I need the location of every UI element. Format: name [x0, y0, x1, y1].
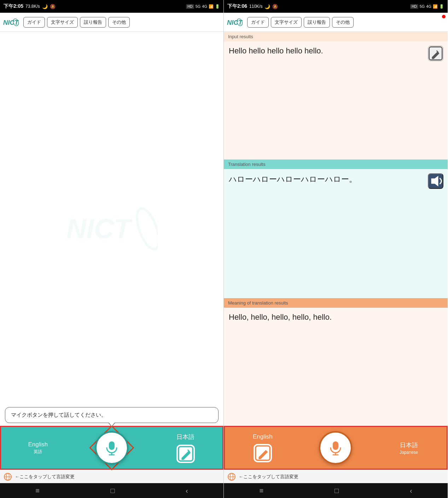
lang-left-name: English: [28, 441, 48, 448]
svg-text:NICT: NICT: [3, 18, 19, 26]
signal-4g-right: 4G: [426, 4, 431, 8]
lang-change-text-right: ←ここをタップして言語変更: [239, 474, 298, 480]
input-text: Hello hello hello hello hello.: [229, 46, 323, 55]
menu-btn-left[interactable]: ≡: [35, 487, 40, 495]
lang-right-section-right-panel[interactable]: 日本語 Japanese: [395, 441, 423, 455]
signal-5g: 5G: [196, 4, 201, 8]
time-right: 下午2:06: [227, 3, 247, 10]
menu-btn-right[interactable]: ≡: [259, 487, 263, 495]
mic-button-left[interactable]: [95, 431, 128, 464]
left-main-area: NICT マイクボタンを押して話してください。: [0, 32, 223, 426]
meaning-box: Hello, hello, hello, hello, hello.: [224, 308, 448, 426]
speaker-icon: [429, 174, 443, 188]
right-main-content: Input results Hello hello hello hello he…: [224, 32, 448, 483]
nav-bar-left: NICT ガイド 文字サイズ 誤り報告 その他: [0, 13, 223, 32]
lang-left-name-right: English: [253, 433, 273, 440]
svg-text:NICT: NICT: [227, 18, 243, 26]
error-report-btn-right[interactable]: 誤り報告: [304, 17, 330, 28]
right-panel: 下午2:06 110K/s 🌙 🔕 HD 5G 4G 📶 🔋 NICT ガイド …: [224, 0, 448, 498]
speech-bubble: マイクボタンを押して話してください。: [5, 407, 219, 423]
battery-icon-right: 🔋: [439, 4, 444, 9]
speed-right: 110K/s: [249, 4, 262, 9]
svg-text:NICT: NICT: [66, 213, 133, 244]
font-size-btn-left[interactable]: 文字サイズ: [47, 17, 78, 28]
error-report-btn-left[interactable]: 誤り報告: [80, 17, 106, 28]
microphone-icon-left: [104, 440, 120, 456]
translation-text: ハローハローハローハローハロー。: [229, 175, 357, 184]
signal-5g-right: 5G: [420, 4, 425, 8]
mic-button-right[interactable]: [319, 431, 352, 464]
meaning-label: Meaning of translation results: [224, 298, 448, 308]
globe-icon-left: [4, 473, 12, 481]
meaning-text: Hello, hello, hello, hello, hello.: [229, 313, 332, 322]
translation-results-section: Translation results ハローハローハローハローハロー。: [224, 160, 448, 298]
bottom-toolbar-left: English 英語 日本語: [0, 426, 223, 470]
status-icons-left: HD 5G 4G 📶 🔋: [186, 4, 220, 9]
back-btn-left[interactable]: ‹: [186, 487, 188, 495]
home-btn-right[interactable]: □: [334, 487, 339, 495]
font-size-btn-right[interactable]: 文字サイズ: [271, 17, 302, 28]
lang-right-name-left: 日本語: [176, 433, 194, 441]
nict-watermark: NICT: [66, 201, 158, 257]
globe-icon-right: [227, 473, 236, 481]
lang-left-section-right[interactable]: English: [249, 433, 277, 462]
lang-left-sub: 英語: [34, 449, 42, 455]
signal-4g: 4G: [202, 4, 207, 8]
moon-icon: 🌙: [42, 4, 48, 9]
input-results-label: Input results: [224, 32, 448, 41]
edit-btn-right-panel[interactable]: [254, 444, 272, 462]
time-left: 下午2:05: [4, 3, 23, 10]
nav-bar-right: NICT ガイド 文字サイズ 誤り報告 その他: [224, 13, 448, 32]
hd-badge-right: HD: [410, 4, 418, 9]
lang-right-sub-right: Japanese: [400, 450, 418, 455]
signal-bars: 📶: [209, 4, 214, 9]
mute-icon-right: 🔕: [272, 4, 278, 9]
hd-badge: HD: [186, 4, 194, 9]
edit-icon-right-panel: [254, 444, 272, 462]
svg-rect-16: [333, 441, 338, 450]
nict-logo-right: NICT: [227, 16, 243, 28]
svg-point-3: [133, 206, 158, 252]
guide-btn-right[interactable]: ガイド: [247, 17, 269, 28]
lang-change-bar-right[interactable]: ←ここをタップして言語変更: [224, 470, 448, 483]
microphone-icon-right: [328, 440, 343, 456]
status-icons-right: HD 5G 4G 📶 🔋: [410, 4, 444, 9]
input-results-section: Input results Hello hello hello hello he…: [224, 32, 448, 160]
edit-icon-input: [428, 46, 443, 61]
translation-results-box: ハローハローハローハローハロー。: [224, 169, 448, 298]
bottom-toolbar-right: English: [224, 426, 448, 470]
lang-right-name-right: 日本語: [400, 441, 418, 449]
lang-change-text-left: ←ここをタップして言語変更: [15, 474, 75, 480]
signal-bars-right: 📶: [433, 4, 438, 9]
input-edit-button[interactable]: [428, 46, 443, 61]
left-main-content: NICT マイクボタンを押して話してください。 English 英語: [0, 32, 223, 483]
nict-logo-left: NICT: [3, 16, 19, 28]
nav-bottom-right: ≡ □ ‹: [224, 483, 448, 498]
speaker-button[interactable]: [428, 173, 443, 189]
svg-marker-14: [431, 176, 438, 186]
translation-results-label: Translation results: [224, 160, 448, 169]
lang-right-section-left-panel[interactable]: 日本語: [171, 433, 200, 463]
left-panel: 下午2:05 73.8K/s 🌙 🔕 HD 5G 4G 📶 🔋 NICT ガイド…: [0, 0, 224, 498]
status-bar-right: 下午2:06 110K/s 🌙 🔕 HD 5G 4G 📶 🔋: [224, 0, 448, 13]
edit-icon-left: [176, 445, 195, 463]
speed-left: 73.8K/s: [25, 4, 40, 9]
mic-container-left[interactable]: [93, 429, 131, 467]
lang-change-bar-left[interactable]: ←ここをタップして言語変更: [0, 470, 223, 483]
mute-icon: 🔕: [50, 4, 56, 9]
back-btn-right[interactable]: ‹: [410, 487, 412, 495]
other-btn-left[interactable]: その他: [108, 17, 130, 28]
other-btn-right[interactable]: その他: [332, 17, 354, 28]
home-btn-left[interactable]: □: [110, 487, 115, 495]
input-results-box: Hello hello hello hello hello.: [224, 41, 448, 160]
svg-rect-4: [109, 441, 115, 450]
notification-dot: [442, 15, 446, 18]
lang-left-section[interactable]: English 英語: [24, 441, 52, 455]
guide-btn-left[interactable]: ガイド: [23, 17, 45, 28]
edit-btn-left[interactable]: [176, 445, 195, 463]
battery-icon: 🔋: [215, 4, 220, 9]
moon-icon-right: 🌙: [264, 4, 270, 9]
status-bar-left: 下午2:05 73.8K/s 🌙 🔕 HD 5G 4G 📶 🔋: [0, 0, 223, 13]
nav-bottom-left: ≡ □ ‹: [0, 483, 223, 498]
meaning-section: Meaning of translation results Hello, he…: [224, 298, 448, 426]
